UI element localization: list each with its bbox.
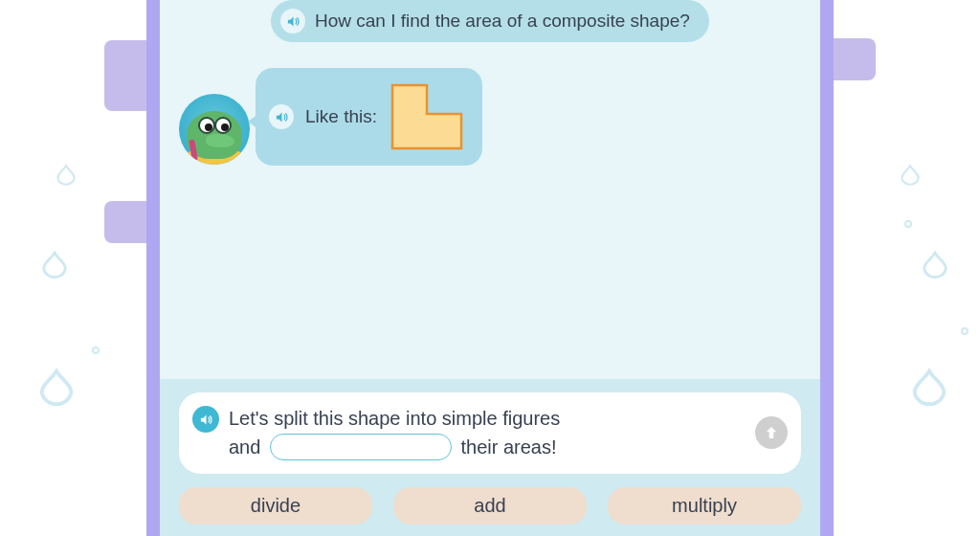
leaf-decor-icon [38,249,71,281]
prompt-line2-after: their areas! [461,436,557,458]
prompt-card: Let's split this shape into simple figur… [179,392,801,474]
character-avatar [179,94,250,165]
dot-decor-icon [92,346,100,354]
prompt-text: Let's split this shape into simple figur… [229,404,747,462]
dot-decor-icon [961,327,969,335]
side-tab [834,38,876,80]
option-add[interactable]: add [393,487,587,525]
answer-panel: Let's split this shape into simple figur… [160,379,820,536]
submit-arrow-button[interactable] [755,416,788,449]
speaker-icon[interactable] [280,9,305,34]
prompt-line2-before: and [229,436,260,458]
speaker-icon[interactable] [192,406,219,433]
side-tab [104,40,146,111]
answer-options: divide add multiply [179,487,801,525]
leaf-decor-icon [34,366,78,410]
response-text: Like this: [305,106,377,127]
tutor-response-bubble: Like this: [256,68,482,166]
leaf-decor-icon [907,366,951,410]
leaf-decor-icon [919,249,951,281]
answer-blank-slot[interactable] [270,434,452,460]
option-multiply[interactable]: multiply [608,487,801,525]
question-text: How can I find the area of a composite s… [315,11,690,32]
prompt-line1: Let's split this shape into simple figur… [229,408,560,429]
chat-area: How can I find the area of a composite s… [160,0,820,379]
side-tab [104,201,146,243]
lesson-frame: How can I find the area of a composite s… [146,0,834,536]
user-question-bubble: How can I find the area of a composite s… [271,0,709,42]
leaf-decor-icon [54,163,78,188]
leaf-decor-icon [898,163,923,188]
speaker-icon[interactable] [269,104,294,129]
composite-shape-icon [389,81,465,152]
dot-decor-icon [904,220,912,228]
option-divide[interactable]: divide [179,487,372,525]
